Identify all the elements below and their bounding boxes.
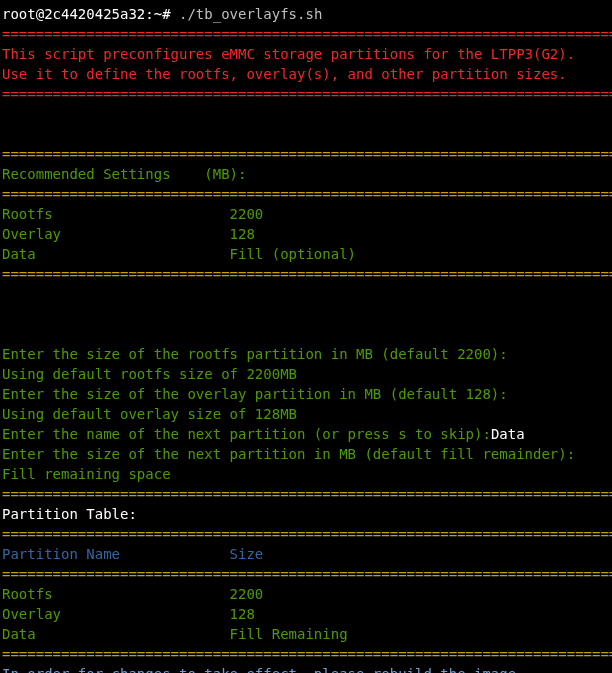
user-input-name: Data [491,426,525,442]
col-header-size: Size [230,546,264,562]
rec-overlay-label: Overlay [2,226,230,242]
prompt-partition-size: Enter the size of the next partition in … [2,446,575,462]
result-overlay: Using default overlay size of 128MB [2,406,297,422]
col-header-name: Partition Name [2,546,230,562]
rule: ========================================… [2,86,612,102]
intro-line-2: Use it to define the rootfs, overlay(s),… [2,66,567,82]
intro-line-1: This script preconfigures eMMC storage p… [2,46,575,62]
row-rootfs-name: Rootfs [2,586,230,602]
rec-overlay-value: 128 [230,226,255,242]
rec-data-label: Data [2,246,230,262]
rule: ========================================… [2,146,612,162]
prompt-rootfs-size: Enter the size of the rootfs partition i… [2,346,508,362]
terminal[interactable]: root@2c4420425a32:~# ./tb_overlayfs.sh =… [0,0,612,673]
final-message: In order for changes to take effect, ple… [2,666,525,673]
rule: ========================================… [2,566,612,582]
row-data-name: Data [2,626,230,642]
row-overlay-size: 128 [230,606,255,622]
result-fill: Fill remaining space [2,466,171,482]
rule: ========================================… [2,526,612,542]
rec-rootfs-value: 2200 [230,206,264,222]
table-title: Partition Table: [2,506,137,522]
row-rootfs-size: 2200 [230,586,264,602]
rule: ========================================… [2,26,612,42]
shell-prompt: root@2c4420425a32:~# [2,6,171,22]
result-rootfs: Using default rootfs size of 2200MB [2,366,297,382]
prompt-overlay-size: Enter the size of the overlay partition … [2,386,508,402]
recommended-header: Recommended Settings (MB): [2,166,246,182]
row-overlay-name: Overlay [2,606,230,622]
rec-data-value: Fill (optional) [230,246,356,262]
rule: ========================================… [2,646,612,662]
rec-rootfs-label: Rootfs [2,206,230,222]
rule: ========================================… [2,486,612,502]
row-data-size: Fill Remaining [230,626,348,642]
shell-command: ./tb_overlayfs.sh [179,6,322,22]
prompt-partition-name: Enter the name of the next partition (or… [2,426,491,442]
rule: ========================================… [2,186,612,202]
rule: ========================================… [2,266,612,282]
